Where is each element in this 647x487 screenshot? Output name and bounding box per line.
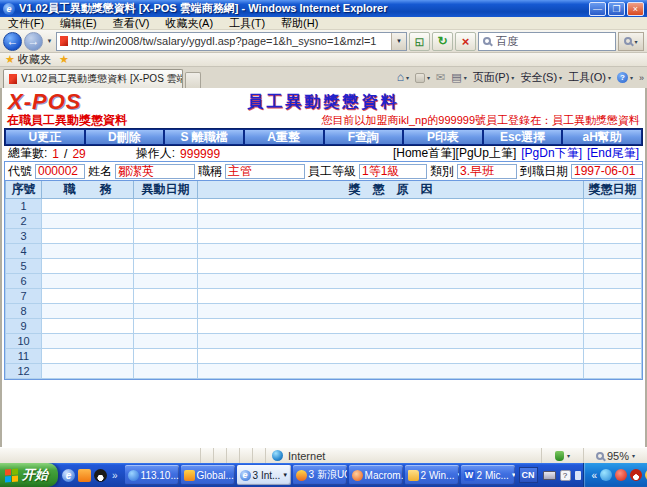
refresh-button[interactable]: ↻: [432, 32, 453, 51]
search-go-button[interactable]: ▾: [618, 32, 644, 51]
wangwang-icon[interactable]: [78, 469, 91, 482]
cell-reward-date: [584, 229, 642, 244]
start-button[interactable]: 开始: [0, 463, 58, 487]
table-row[interactable]: 11: [6, 349, 642, 364]
command-bar: ⌂▾ ▾ ✉ ▤▾ 页面(P)▾ 安全(S)▾ 工具(O)▾ ?▾ »: [397, 70, 644, 88]
table-row[interactable]: 5: [6, 259, 642, 274]
delete-button[interactable]: D刪除: [86, 130, 164, 144]
menu-file[interactable]: 文件(F): [0, 16, 52, 31]
table-row[interactable]: 8: [6, 304, 642, 319]
esc-select-button[interactable]: Esc選擇: [484, 130, 562, 144]
help-tray-icon[interactable]: ?: [560, 470, 571, 481]
printer-tray-icon[interactable]: [543, 471, 556, 480]
col-header-change-date: 異動日期: [134, 181, 198, 199]
overflow-chevron-icon[interactable]: »: [639, 73, 644, 83]
field-value-hiredate[interactable]: 1997-06-01: [571, 164, 642, 179]
qq-tray-icon[interactable]: [630, 469, 642, 481]
favorites-button[interactable]: ★ 收藏夹: [5, 52, 51, 67]
field-value-jobtitle[interactable]: 主管: [225, 164, 305, 179]
operator-value: 999999: [180, 147, 220, 161]
quicklaunch-chevron-icon[interactable]: »: [110, 470, 120, 481]
rebuild-button[interactable]: A重整: [245, 130, 323, 144]
minimize-button[interactable]: —: [589, 2, 606, 16]
tools-menu-label: 工具(O): [568, 70, 606, 85]
global-app-icon: [184, 470, 195, 481]
search-dropdown-icon[interactable]: ▾: [634, 38, 637, 45]
new-tab-button[interactable]: [185, 72, 201, 88]
table-row[interactable]: 10: [6, 334, 642, 349]
security-tray-icon[interactable]: [615, 469, 627, 481]
taskbar-task-explorer-group[interactable]: 2 Win... ▼: [405, 465, 459, 485]
table-row[interactable]: 1: [6, 199, 642, 214]
cell-position: [42, 244, 134, 259]
update-button[interactable]: U更正: [6, 130, 84, 144]
tray-chevron-icon[interactable]: «: [592, 470, 598, 481]
help-function-button[interactable]: aH幫助: [563, 130, 641, 144]
protected-mode-panel[interactable]: ▾: [541, 448, 583, 463]
forward-button[interactable]: →: [24, 32, 43, 51]
taskbar-task-macromedia[interactable]: Macrom...: [349, 465, 403, 485]
taskbar-task-word-group[interactable]: W 2 Mic... ▼: [461, 465, 515, 485]
menu-view[interactable]: 查看(V): [105, 16, 158, 31]
compatibility-view-button[interactable]: ◱: [409, 32, 430, 51]
menu-favorites[interactable]: 收藏夹(A): [157, 16, 221, 31]
address-dropdown-icon[interactable]: ▼: [391, 33, 406, 50]
address-url[interactable]: http://win2008/tw/salary/ygydl.asp?page=…: [71, 35, 388, 47]
read-mail-button[interactable]: ✉: [436, 72, 445, 83]
feeds-button[interactable]: ▾: [415, 73, 430, 83]
history-dropdown-icon[interactable]: ▼: [45, 38, 54, 44]
taskbar-task-remote[interactable]: 113.10...: [125, 465, 179, 485]
col-header-reason: 獎 懲 原 因: [198, 181, 584, 199]
table-row[interactable]: 9: [6, 319, 642, 334]
table-row[interactable]: 6: [6, 274, 642, 289]
search-box[interactable]: 百度: [478, 32, 616, 51]
field-value-name[interactable]: 鄒潔英: [115, 164, 195, 179]
menu-tools[interactable]: 工具(T): [221, 16, 273, 31]
table-row[interactable]: 4: [6, 244, 642, 259]
maximize-button[interactable]: ❐: [608, 2, 625, 16]
table-row[interactable]: 12: [6, 364, 642, 379]
taskbar-task-ie-group[interactable]: e 3 Int... ▼: [237, 465, 291, 485]
language-indicator[interactable]: CN: [519, 467, 538, 483]
field-value-code[interactable]: 000002: [35, 164, 85, 179]
count-separator: /: [64, 147, 67, 161]
taskbar-task-global[interactable]: Global...: [181, 465, 235, 485]
tools-menu-button[interactable]: 工具(O)▾: [568, 70, 611, 85]
messenger-tray-icon[interactable]: [600, 469, 612, 481]
back-button[interactable]: ←: [3, 32, 22, 51]
print-button[interactable]: ▤▾: [451, 72, 466, 83]
nav-keys-pgdn[interactable]: [PgDn下筆]: [521, 145, 582, 162]
help-button[interactable]: ?▾: [617, 72, 633, 83]
nav-keys-end[interactable]: [End尾筆]: [587, 145, 639, 162]
caret-icon: ▾: [464, 74, 467, 81]
menu-help[interactable]: 帮助(H): [273, 16, 326, 31]
close-button[interactable]: ×: [627, 2, 644, 16]
address-bar[interactable]: http://win2008/tw/salary/ygydl.asp?page=…: [56, 32, 407, 51]
printer-icon: ▤: [451, 72, 461, 83]
favorites-label: 收藏夹: [18, 52, 51, 67]
print-report-button[interactable]: P印表: [404, 130, 482, 144]
table-row[interactable]: 7: [6, 289, 642, 304]
zoom-control[interactable]: 95% ▾: [583, 448, 647, 463]
add-favorite-button[interactable]: ★: [59, 54, 69, 65]
tab-active[interactable]: V1.02員工異動獎懲資料 [X-POS 雲端商務網]: [3, 69, 183, 88]
cell-position: [42, 364, 134, 379]
table-row[interactable]: 2: [6, 214, 642, 229]
page-menu-button[interactable]: 页面(P)▾: [473, 70, 515, 85]
stop-button[interactable]: ×: [455, 32, 476, 51]
taskbar-task-sinauc-group[interactable]: 3 新浪UC ▼: [293, 465, 347, 485]
menu-edit[interactable]: 编辑(E): [52, 16, 105, 31]
ie-quicklaunch-icon[interactable]: e: [62, 469, 75, 482]
misc-tray-icon[interactable]: [575, 471, 581, 480]
table-row[interactable]: 3: [6, 229, 642, 244]
resigned-file-button[interactable]: S 離職檔: [165, 130, 243, 144]
window-title: V1.02員工異動獎懲資料 [X-POS 雲端商務網] - Windows In…: [19, 1, 585, 16]
row-number: 3: [6, 229, 42, 244]
query-button[interactable]: F查詢: [325, 130, 403, 144]
home-button[interactable]: ⌂▾: [397, 72, 409, 83]
qq-icon[interactable]: [94, 469, 107, 482]
safety-menu-button[interactable]: 安全(S)▾: [520, 70, 562, 85]
caret-icon: ▾: [630, 74, 633, 81]
field-value-grade[interactable]: 1等1級: [359, 164, 427, 179]
field-value-category[interactable]: 3.早班: [457, 164, 517, 179]
